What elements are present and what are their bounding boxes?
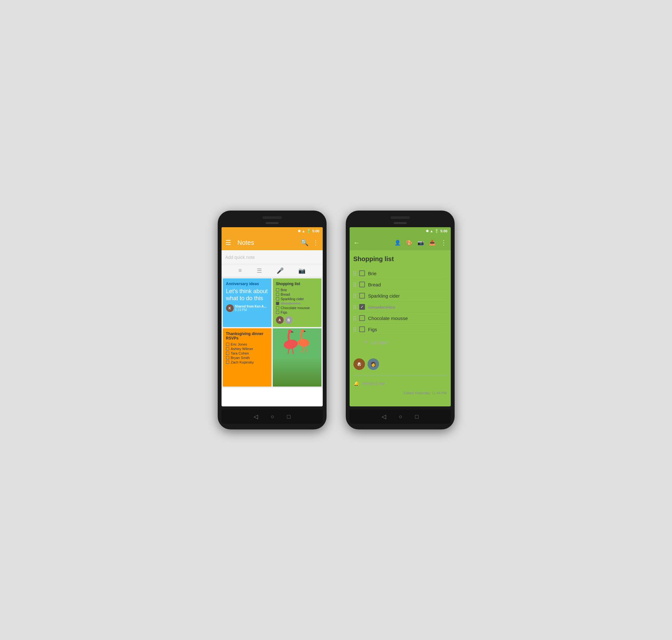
shared-from-text: Shared from Ken A... — [235, 305, 267, 308]
shopping-item-mousse: Chocolate mousse — [276, 306, 318, 310]
drag-handle-mousse — [354, 316, 356, 320]
detail-item-brie[interactable]: Brie — [354, 268, 447, 279]
note-card-shopping[interactable]: Shopping list Brie Bread Sparkling cider… — [273, 278, 321, 327]
note-title-shopping: Shopping list — [276, 281, 318, 286]
add-list-item-label: List item — [371, 339, 389, 345]
shopping-item-bread: Bread — [276, 292, 318, 296]
time-display-1: 5:00 — [312, 229, 319, 233]
checkmark-strawberries: ✓ — [360, 305, 364, 309]
status-bar-2: ✱ ▲ 🔋 5:00 — [349, 227, 451, 235]
divider-dotted — [354, 375, 447, 376]
rsvp-zach: Zach Kopinsky — [226, 360, 268, 364]
drag-handle-strawberries — [354, 305, 356, 309]
rsvp-ashley: Ashley Wilmer — [226, 347, 268, 351]
item-text-brie: Brie — [368, 271, 377, 276]
add-list-item-button[interactable]: + List item — [354, 335, 447, 349]
phone2-nav-bar: ◁ ○ □ — [349, 410, 451, 424]
detail-avatars-section: 🐶 👩 — [349, 353, 451, 373]
phone-speaker — [266, 222, 278, 224]
add-person-icon[interactable]: 👤 — [395, 240, 401, 246]
note-type-bar: ≡ ☰ 🎤 📷 — [221, 264, 323, 277]
checkbox-brie[interactable] — [359, 271, 365, 276]
remind-me-label: Remind me — [362, 381, 385, 386]
drag-handle-bread — [354, 282, 356, 287]
image-note-icon[interactable]: 📷 — [298, 267, 305, 274]
more-menu-icon[interactable]: ⋮ — [313, 239, 319, 246]
note-card-anniversary[interactable]: Anniversary ideas Let's think about what… — [223, 278, 271, 327]
app-title: Notes — [238, 239, 297, 246]
checkbox-chocolate-mousse[interactable] — [359, 315, 365, 321]
battery-icon-2: 🔋 — [434, 229, 439, 233]
rsvp-tara: Tara Cohen — [226, 351, 268, 355]
item-text-sparkling-cider: Sparkling cider — [368, 293, 400, 299]
drag-handle-figs — [354, 328, 356, 332]
avatar-shopping-2: B — [285, 316, 292, 324]
note-detail-content: Shopping list Brie Bread — [349, 250, 451, 353]
shopping-avatars: A B — [276, 316, 318, 324]
shopping-item-sparkling: Sparkling cider — [276, 297, 318, 301]
bluetooth-icon-2: ✱ — [426, 229, 429, 233]
quick-note-placeholder: Add quick note — [225, 255, 319, 260]
phone2-toolbar: ← 👤 🎨 📷 📥 ⋮ — [349, 235, 451, 250]
add-list-item-icon: + — [364, 339, 368, 346]
detail-note-title: Shopping list — [354, 254, 447, 264]
signal-icon: ▲ — [302, 229, 305, 233]
item-text-chocolate-mousse: Chocolate mousse — [368, 316, 408, 321]
voice-note-icon[interactable]: 🎤 — [276, 267, 284, 274]
checkbox-strawberries[interactable]: ✓ — [359, 304, 365, 310]
quick-note-bar[interactable]: Add quick note — [221, 250, 323, 264]
shopping-item-brie: Brie — [276, 288, 318, 292]
time-display-2: 5:00 — [440, 229, 447, 233]
home-nav-icon-1[interactable]: ○ — [271, 413, 274, 420]
detail-avatar-1: 🐶 — [354, 359, 365, 370]
detail-item-figs[interactable]: Figs — [354, 324, 447, 335]
remind-me-icon: 🔔 — [354, 381, 359, 386]
avatar-shopping-1: A — [276, 316, 284, 324]
bluetooth-icon: ✱ — [298, 229, 301, 233]
item-text-bread: Bread — [368, 282, 381, 287]
palette-icon[interactable]: 🎨 — [406, 240, 412, 246]
rsvp-bryan: Bryan Smith — [226, 356, 268, 360]
home-nav-icon-2[interactable]: ○ — [399, 413, 402, 420]
drag-handle-sparkling — [354, 294, 356, 298]
status-bar-1: ✱ ▲ 🔋 5:00 — [221, 227, 323, 235]
checkbox-bread[interactable] — [359, 281, 365, 287]
back-nav-icon-2[interactable]: ◁ — [382, 413, 386, 420]
note-body-anniversary: Let's think about what to do this — [226, 288, 268, 302]
text-note-icon[interactable]: ≡ — [239, 267, 242, 274]
note-card-thanksgiving[interactable]: Thanksgiving dinner RSVPs Eric Jones Ash… — [223, 328, 271, 387]
menu-icon[interactable]: ☰ — [225, 239, 231, 246]
recent-nav-icon-1[interactable]: □ — [287, 413, 291, 420]
item-text-figs: Figs — [368, 327, 377, 332]
status-icons-2: ✱ ▲ 🔋 5:00 — [426, 229, 447, 233]
notes-grid: Anniversary ideas Let's think about what… — [221, 277, 323, 388]
phone-2: ✱ ▲ 🔋 5:00 ← 👤 🎨 📷 📥 ⋮ Shopping list — [346, 210, 455, 430]
battery-icon: 🔋 — [306, 229, 311, 233]
back-nav-icon-1[interactable]: ◁ — [254, 413, 258, 420]
camera-icon-2[interactable]: 📷 — [417, 240, 424, 246]
remind-me-row[interactable]: 🔔 Remind me — [349, 378, 451, 389]
detail-item-sparkling-cider[interactable]: Sparkling cider — [354, 290, 447, 302]
back-icon[interactable]: ← — [354, 239, 360, 246]
note-title-thanksgiving: Thanksgiving dinner RSVPs — [226, 332, 268, 340]
archive-icon[interactable]: 📥 — [429, 240, 435, 246]
note-card-zoo[interactable]: Send photos from the zoo to Harry — [273, 328, 321, 387]
list-note-icon[interactable]: ☰ — [257, 267, 262, 274]
flamingo-image — [273, 328, 321, 387]
note-title-anniversary: Anniversary ideas — [226, 281, 268, 286]
status-icons-1: ✱ ▲ 🔋 5:00 — [298, 229, 319, 233]
detail-item-bread[interactable]: Bread — [354, 279, 447, 290]
detail-item-chocolate-mousse[interactable]: Chocolate mousse — [354, 312, 447, 324]
more-menu-icon-2[interactable]: ⋮ — [441, 239, 447, 246]
signal-icon-2: ▲ — [430, 229, 433, 233]
phone1-nav-bar: ◁ ○ □ — [221, 410, 323, 424]
phone1-toolbar: ☰ Notes 🔍 ⋮ — [221, 235, 323, 250]
svg-point-4 — [301, 329, 304, 332]
checkbox-sparkling-cider[interactable] — [359, 293, 365, 299]
search-icon[interactable]: 🔍 — [301, 239, 309, 246]
detail-item-strawberries[interactable]: ✓ Strawberries — [354, 302, 447, 312]
checkbox-figs[interactable] — [359, 326, 365, 332]
phone-1: ✱ ▲ 🔋 5:00 ☰ Notes 🔍 ⋮ Add quick note ≡ … — [218, 210, 327, 430]
note-time-anniversary: 5:19 PM — [235, 308, 267, 312]
recent-nav-icon-2[interactable]: □ — [415, 413, 419, 420]
